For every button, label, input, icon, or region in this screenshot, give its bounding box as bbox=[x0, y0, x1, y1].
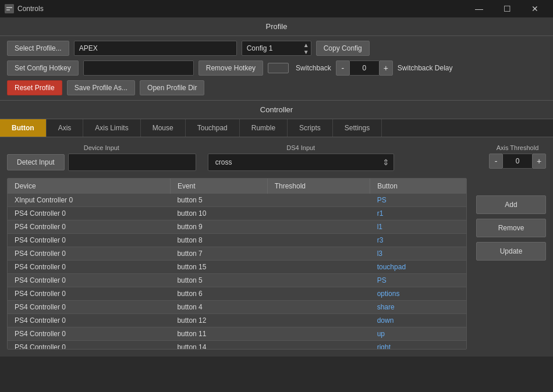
cell-threshold bbox=[267, 274, 370, 287]
table-row[interactable]: PS4 Controller 0button 5PS bbox=[8, 274, 466, 287]
col-header-threshold: Threshold bbox=[267, 179, 370, 194]
table-row[interactable]: PS4 Controller 0button 6options bbox=[8, 287, 466, 301]
cell-event: button 7 bbox=[170, 247, 267, 261]
switchback-value: 0 bbox=[350, 60, 379, 76]
tab-rumble[interactable]: Rumble bbox=[240, 119, 288, 137]
tab-touchpad[interactable]: Touchpad bbox=[186, 119, 240, 137]
titlebar-title: Controls bbox=[17, 5, 44, 13]
app-icon bbox=[5, 4, 14, 13]
tab-axis-limits[interactable]: Axis Limits bbox=[83, 119, 140, 137]
add-button[interactable]: Add bbox=[476, 195, 546, 214]
cell-device: PS4 Controller 0 bbox=[8, 274, 170, 287]
cell-threshold bbox=[267, 341, 370, 350]
cell-threshold bbox=[267, 261, 370, 274]
profile-name-input[interactable] bbox=[74, 41, 237, 56]
reset-profile-button[interactable]: Reset Profile bbox=[7, 80, 62, 95]
axis-threshold-group: Axis Threshold - 0 + bbox=[489, 144, 546, 169]
cell-button: right bbox=[370, 341, 466, 350]
cell-device: PS4 Controller 0 bbox=[8, 234, 170, 247]
titlebar: Controls — ☐ ✕ bbox=[0, 0, 553, 17]
axis-threshold-value: 0 bbox=[503, 154, 532, 169]
remove-button[interactable]: Remove bbox=[476, 219, 546, 237]
cell-threshold bbox=[267, 314, 370, 327]
svg-rect-1 bbox=[6, 7, 12, 8]
ds4-select[interactable]: cross circle square triangle r1 l1 r2 l2… bbox=[208, 154, 394, 171]
detect-input-button[interactable]: Detect Input bbox=[7, 154, 65, 170]
cell-button: up bbox=[370, 327, 466, 341]
table-row[interactable]: PS4 Controller 0button 11up bbox=[8, 327, 466, 341]
cell-threshold bbox=[267, 301, 370, 314]
cell-device: PS4 Controller 0 bbox=[8, 287, 170, 301]
mapping-table: DeviceEventThresholdButton XInput Contro… bbox=[8, 179, 466, 350]
config-select[interactable]: Config 1 Config 2 bbox=[242, 41, 311, 56]
cell-event: button 5 bbox=[170, 274, 267, 287]
table-row[interactable]: XInput Controller 0button 5PS bbox=[8, 194, 466, 207]
cell-threshold bbox=[267, 247, 370, 261]
switchback-number-control: - 0 + bbox=[336, 60, 393, 76]
ds4-select-wrapper: cross circle square triangle r1 l1 r2 l2… bbox=[208, 154, 394, 171]
axis-threshold-control: - 0 + bbox=[489, 154, 546, 169]
cell-threshold bbox=[267, 207, 370, 220]
switchback-plus-button[interactable]: + bbox=[379, 60, 393, 76]
axis-threshold-label: Axis Threshold bbox=[489, 144, 546, 151]
ds4-input-label: DS4 Input bbox=[208, 144, 394, 151]
axis-threshold-plus-button[interactable]: + bbox=[532, 154, 546, 169]
device-input-group: Device Input Detect Input bbox=[7, 144, 196, 171]
tab-axis[interactable]: Axis bbox=[47, 119, 84, 137]
table-row[interactable]: PS4 Controller 0button 12down bbox=[8, 314, 466, 327]
cell-event: button 11 bbox=[170, 327, 267, 341]
tab-scripts[interactable]: Scripts bbox=[288, 119, 333, 137]
svg-rect-0 bbox=[5, 4, 14, 13]
switchback-label: Switchback bbox=[296, 64, 331, 72]
table-row[interactable]: PS4 Controller 0button 7l3 bbox=[8, 247, 466, 261]
cell-button: PS bbox=[370, 194, 466, 207]
table-row[interactable]: PS4 Controller 0button 15touchpad bbox=[8, 261, 466, 274]
cell-button: PS bbox=[370, 274, 466, 287]
minimize-button[interactable]: — bbox=[466, 0, 492, 17]
switchback-minus-button[interactable]: - bbox=[336, 60, 350, 76]
cell-device: PS4 Controller 0 bbox=[8, 314, 170, 327]
cell-device: PS4 Controller 0 bbox=[8, 327, 170, 341]
axis-threshold-minus-button[interactable]: - bbox=[489, 154, 503, 169]
table-row[interactable]: PS4 Controller 0button 4share bbox=[8, 301, 466, 314]
cell-event: button 9 bbox=[170, 220, 267, 234]
cell-threshold bbox=[267, 194, 370, 207]
content-area: Device Input Detect Input DS4 Input cros… bbox=[0, 137, 553, 357]
open-profile-dir-button[interactable]: Open Profile Dir bbox=[140, 80, 204, 95]
cell-event: button 12 bbox=[170, 314, 267, 327]
cell-event: button 14 bbox=[170, 341, 267, 350]
cell-device: PS4 Controller 0 bbox=[8, 261, 170, 274]
maximize-button[interactable]: ☐ bbox=[494, 0, 520, 17]
cell-threshold bbox=[267, 327, 370, 341]
cell-device: PS4 Controller 0 bbox=[8, 301, 170, 314]
tab-button[interactable]: Button bbox=[0, 119, 47, 137]
cell-device: XInput Controller 0 bbox=[8, 194, 170, 207]
hotkey-input[interactable] bbox=[83, 60, 194, 76]
copy-config-button[interactable]: Copy Config bbox=[316, 41, 370, 56]
cell-device: PS4 Controller 0 bbox=[8, 341, 170, 350]
tab-mouse[interactable]: Mouse bbox=[141, 119, 186, 137]
cell-event: button 10 bbox=[170, 207, 267, 220]
switchback-toggle[interactable] bbox=[268, 63, 289, 73]
config-select-wrapper: Config 1 Config 2 ▲ ▼ bbox=[242, 41, 311, 56]
table-header: DeviceEventThresholdButton bbox=[8, 179, 466, 194]
tab-settings[interactable]: Settings bbox=[333, 119, 382, 137]
table-row[interactable]: PS4 Controller 0button 14right bbox=[8, 341, 466, 350]
cell-threshold bbox=[267, 287, 370, 301]
tabs-row: ButtonAxisAxis LimitsMouseTouchpadRumble… bbox=[0, 119, 553, 137]
ds4-input-group: DS4 Input cross circle square triangle r… bbox=[208, 144, 394, 171]
set-config-hotkey-button[interactable]: Set Config Hotkey bbox=[7, 60, 79, 76]
table-row[interactable]: PS4 Controller 0button 9l1 bbox=[8, 220, 466, 234]
remove-hotkey-button[interactable]: Remove Hotkey bbox=[198, 60, 263, 76]
table-container[interactable]: DeviceEventThresholdButton XInput Contro… bbox=[7, 178, 467, 350]
cell-event: button 8 bbox=[170, 234, 267, 247]
table-row[interactable]: PS4 Controller 0button 8r3 bbox=[8, 234, 466, 247]
svg-rect-2 bbox=[6, 9, 10, 10]
save-profile-button[interactable]: Save Profile As... bbox=[67, 80, 135, 95]
close-button[interactable]: ✕ bbox=[522, 0, 548, 17]
titlebar-controls: — ☐ ✕ bbox=[466, 0, 548, 17]
profile-row-2: Set Config Hotkey Remove Hotkey Switchba… bbox=[7, 60, 546, 76]
select-profile-button[interactable]: Select Profile... bbox=[7, 41, 69, 56]
table-row[interactable]: PS4 Controller 0button 10r1 bbox=[8, 207, 466, 220]
update-button[interactable]: Update bbox=[476, 242, 546, 261]
